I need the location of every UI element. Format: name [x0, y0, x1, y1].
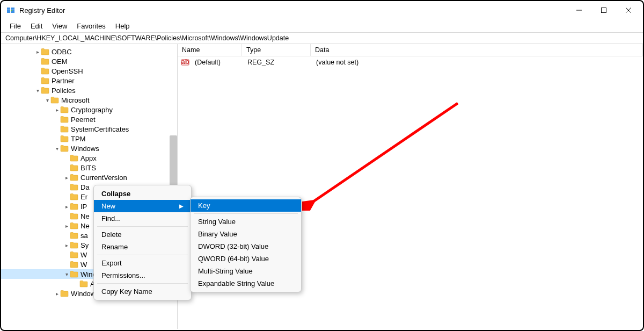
tree-item-label: BITS — [80, 164, 96, 172]
tree-item-label: W — [80, 261, 87, 269]
menu-edit[interactable]: Edit — [26, 21, 47, 31]
column-name[interactable]: Name — [178, 44, 242, 56]
tree-item-partner[interactable]: Partner — [1, 76, 177, 85]
list-item[interactable]: ab (Default) REG_SZ (value not set) — [178, 56, 643, 68]
ctx-item-label: New — [101, 202, 115, 210]
tree-item-label: TPM — [71, 135, 85, 143]
tree-item-cryptography[interactable]: ▸Cryptography — [1, 105, 177, 114]
ctx-item-key[interactable]: Key — [191, 199, 301, 212]
tree-expand-icon[interactable]: ▸ — [34, 49, 41, 55]
tree-expand-icon[interactable]: ▾ — [34, 88, 41, 93]
address-bar[interactable]: Computer\HKEY_LOCAL_MACHINE\SOFTWARE\Pol… — [1, 32, 643, 44]
menu-help[interactable]: Help — [111, 21, 134, 31]
tree-item-label: ODBC — [52, 48, 72, 56]
column-data[interactable]: Data — [311, 44, 643, 56]
ctx-item-label: Binary Value — [198, 230, 237, 238]
ctx-item-label: Expandable String Value — [198, 279, 274, 287]
tree-item-label: CurrentVersion — [80, 174, 127, 182]
tree-item-bits[interactable]: BITS — [1, 163, 177, 172]
tree-item-label: Ne — [80, 212, 90, 220]
tree-item-microsoft[interactable]: ▾Microsoft — [1, 95, 177, 105]
tree-item-label: Da — [80, 183, 90, 191]
ctx-item-label: Find... — [101, 214, 121, 222]
window-title: Registry Editor — [19, 6, 567, 15]
menu-bar: File Edit View Favorites Help — [1, 19, 643, 32]
ctx-item-permissions-[interactable]: Permissions... — [94, 269, 191, 282]
ctx-item-binary-value[interactable]: Binary Value — [191, 228, 301, 240]
value-name: (Default) — [191, 57, 243, 67]
svg-rect-4 — [11, 10, 12, 11]
tree-item-label: Policies — [52, 87, 76, 95]
svg-rect-2 — [7, 10, 10, 13]
column-type[interactable]: Type — [242, 44, 311, 56]
ctx-item-label: QWORD (64-bit) Value — [198, 255, 269, 263]
title-bar: Registry Editor — [1, 1, 643, 19]
ctx-item-label: Rename — [101, 243, 128, 251]
tree-expand-icon[interactable]: ▾ — [54, 146, 60, 152]
ctx-item-rename[interactable]: Rename — [94, 241, 191, 253]
value-data: (value not set) — [312, 57, 643, 67]
ctx-item-string-value[interactable]: String Value — [191, 215, 301, 228]
ctx-item-collapse[interactable]: Collapse — [94, 188, 191, 200]
tree-expand-icon[interactable]: ▸ — [63, 242, 70, 248]
ctx-item-copy-key-name[interactable]: Copy Key Name — [94, 285, 191, 298]
tree-item-label: OpenSSH — [52, 67, 83, 75]
minimize-button[interactable] — [567, 2, 591, 18]
tree-item-label: Ne — [80, 222, 90, 230]
tree-item-label: Sy — [80, 241, 89, 249]
ctx-item-label: DWORD (32-bit) Value — [198, 242, 268, 250]
ctx-item-new[interactable]: New▶ — [94, 200, 191, 212]
tree-item-tpm[interactable]: TPM — [1, 134, 177, 143]
tree-item-label: Er — [80, 193, 87, 201]
tree-expand-icon[interactable]: ▸ — [54, 291, 60, 297]
tree-item-label: W — [80, 251, 87, 259]
ctx-item-label: Delete — [101, 231, 122, 239]
tree-item-peernet[interactable]: Peernet — [1, 114, 177, 124]
tree-item-systemcertificates[interactable]: SystemCertificates — [1, 124, 177, 134]
ctx-item-delete[interactable]: Delete — [94, 228, 191, 241]
chevron-right-icon: ▶ — [179, 203, 184, 209]
string-value-icon: ab — [181, 58, 189, 67]
context-submenu-new[interactable]: KeyString ValueBinary ValueDWORD (32-bit… — [190, 197, 302, 292]
tree-expand-icon[interactable]: ▾ — [44, 97, 50, 103]
tree-expand-icon[interactable]: ▾ — [63, 271, 70, 277]
ctx-item-multi-string-value[interactable]: Multi-String Value — [191, 265, 301, 277]
tree-item-appx[interactable]: Appx — [1, 153, 177, 163]
tree-item-policies[interactable]: ▾Policies — [1, 85, 177, 95]
svg-rect-6 — [602, 8, 606, 13]
list-header[interactable]: Name Type Data — [178, 44, 643, 56]
tree-item-odbc[interactable]: ▸ODBC — [1, 47, 177, 56]
svg-text:ab: ab — [181, 58, 189, 66]
ctx-item-dword-32-bit-value[interactable]: DWORD (32-bit) Value — [191, 240, 301, 253]
svg-rect-0 — [7, 8, 10, 10]
ctx-item-find-[interactable]: Find... — [94, 212, 191, 225]
ctx-item-label: Key — [198, 202, 210, 210]
tree-item-oem[interactable]: OEM — [1, 56, 177, 66]
tree-expand-icon[interactable]: ▸ — [63, 223, 70, 229]
tree-item-label: Microsoft — [61, 96, 90, 104]
tree-item-label: Windows — [71, 145, 99, 153]
menu-favorites[interactable]: Favorites — [72, 21, 109, 31]
menu-view[interactable]: View — [48, 21, 71, 31]
tree-expand-icon[interactable]: ▸ — [54, 107, 60, 113]
tree-expand-icon[interactable]: ▸ — [63, 204, 70, 210]
tree-item-label: OEM — [52, 57, 68, 66]
tree-item-label: Appx — [80, 154, 97, 162]
tree-item-label: Partner — [52, 77, 75, 85]
context-menu[interactable]: CollapseNew▶Find...DeleteRenameExportPer… — [93, 185, 192, 300]
ctx-item-export[interactable]: Export — [94, 257, 191, 269]
ctx-item-expandable-string-value[interactable]: Expandable String Value — [191, 277, 301, 290]
value-type: REG_SZ — [243, 57, 312, 67]
tree-item-windows[interactable]: ▾Windows — [1, 143, 177, 153]
ctx-item-label: Copy Key Name — [101, 287, 152, 296]
ctx-item-label: Multi-String Value — [198, 267, 253, 275]
ctx-item-qword-64-bit-value[interactable]: QWORD (64-bit) Value — [191, 253, 301, 265]
tree-item-currentversion[interactable]: ▸CurrentVersion — [1, 172, 177, 182]
tree-item-openssh[interactable]: OpenSSH — [1, 66, 177, 76]
tree-expand-icon[interactable]: ▸ — [63, 175, 70, 181]
menu-file[interactable]: File — [5, 21, 25, 31]
ctx-item-label: Collapse — [101, 190, 130, 198]
tree-item-label: IP — [80, 203, 87, 211]
close-button[interactable] — [616, 2, 641, 18]
maximize-button[interactable] — [591, 2, 616, 18]
